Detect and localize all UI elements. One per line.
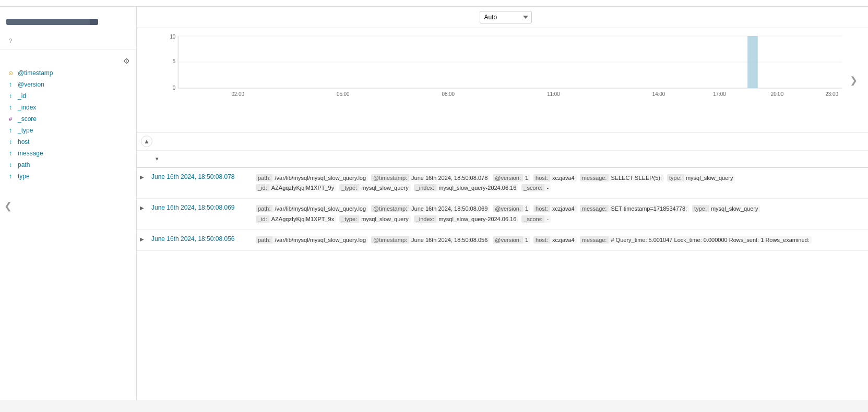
field-val: June 16th 2024, 18:50:08.078 xyxy=(409,174,490,181)
field-key: @timestamp: xyxy=(371,205,409,212)
field-key: path: xyxy=(256,205,272,212)
field-key: _index: xyxy=(414,184,436,191)
row-source: path:/var/lib/mysql/mysql_slow_query.log… xyxy=(252,172,868,194)
chart-nav-right-icon[interactable]: ❯ xyxy=(850,75,858,86)
available-field-@timestamp[interactable]: ⊙@timestamp xyxy=(0,67,136,79)
field-val: AZAgqzIyKjqlM1XPT_9x xyxy=(269,215,336,223)
field-key: @version: xyxy=(493,174,523,181)
available-field-_id[interactable]: t_id xyxy=(0,90,136,102)
field-type-icon: t xyxy=(6,127,15,134)
interval-select[interactable]: Auto xyxy=(480,11,532,23)
field-key: _score: xyxy=(521,215,544,223)
field-type-icon: t xyxy=(6,162,15,168)
field-type-icon: t xyxy=(6,81,15,88)
field-val: mysql_slow_query-2024.06.16 xyxy=(436,215,518,223)
available-fields-header: ⚙ xyxy=(0,53,136,67)
svg-text:08:00: 08:00 xyxy=(442,91,455,97)
field-val: 1 xyxy=(523,205,530,212)
field-val: /var/lib/mysql/mysql_slow_query.log xyxy=(272,174,368,181)
field-name: @timestamp xyxy=(18,69,53,77)
available-field-_type[interactable]: t_type xyxy=(0,125,136,136)
available-field-path[interactable]: tpath xyxy=(0,159,136,171)
field-key: message: xyxy=(580,174,609,181)
available-field-message[interactable]: tmessage xyxy=(0,148,136,159)
expand-row-button[interactable]: ▶ xyxy=(137,235,147,243)
results-header: ▾ xyxy=(137,151,868,168)
field-key: path: xyxy=(256,174,272,181)
field-type-icon: t xyxy=(6,104,15,111)
sort-icon: ▾ xyxy=(156,156,158,162)
field-key: @version: xyxy=(493,236,523,244)
row-source: path:/var/lib/mysql/mysql_slow_query.log… xyxy=(252,234,868,246)
available-field-_index[interactable]: t_index xyxy=(0,102,136,113)
index-caret-button[interactable] xyxy=(90,19,98,25)
table-row: ▶June 16th 2024, 18:50:08.078path:/var/l… xyxy=(137,168,868,199)
top-bar xyxy=(0,0,868,7)
field-key: @timestamp: xyxy=(371,174,409,181)
field-key: _id: xyxy=(256,215,269,223)
field-type-icon: t xyxy=(6,150,15,156)
svg-text:5: 5 xyxy=(173,58,176,64)
table-row: ▶June 16th 2024, 18:50:08.069path:/var/l… xyxy=(137,199,868,229)
field-type-icon: t xyxy=(6,139,15,145)
field-val: June 16th 2024, 18:50:08.069 xyxy=(409,205,490,212)
available-field-_score[interactable]: #_score xyxy=(0,113,136,125)
field-val: mysql_slow_query xyxy=(359,215,410,223)
field-key: host: xyxy=(533,236,550,244)
field-type-icon: t xyxy=(6,173,15,179)
field-val: # Query_time: 5.001047 Lock_time: 0.0000… xyxy=(609,236,811,244)
index-select-button[interactable] xyxy=(6,19,90,25)
svg-text:20:00: 20:00 xyxy=(771,91,784,97)
expand-row-button[interactable]: ▶ xyxy=(137,204,147,212)
field-name: _type xyxy=(18,127,33,134)
svg-text:17:00: 17:00 xyxy=(713,91,726,97)
svg-text:05:00: 05:00 xyxy=(337,91,350,97)
field-key: _index: xyxy=(414,215,436,223)
available-fields-list: ⊙@timestampt@versiont_idt_index#_scoret_… xyxy=(0,67,136,182)
field-val: mysql_slow_query-2024.06.16 xyxy=(436,184,518,191)
field-key: @version: xyxy=(493,205,523,212)
field-val: xczjava4 xyxy=(550,236,577,244)
field-name: _index xyxy=(18,104,36,111)
field-name: _score xyxy=(18,115,37,123)
selected-field-source[interactable]: ? xyxy=(0,35,136,46)
sidebar: ? ⚙ ⊙@timestampt@versiont_idt_index#_sco… xyxy=(0,7,137,400)
field-val: 1 xyxy=(523,174,530,181)
results-rows: ▶June 16th 2024, 18:50:08.078path:/var/l… xyxy=(137,168,868,251)
field-name: host xyxy=(18,138,30,146)
field-key: @timestamp: xyxy=(371,236,409,244)
available-field-@version[interactable]: t@version xyxy=(0,79,136,90)
field-val: - xyxy=(544,215,551,223)
field-val: SET timestamp=1718534778; xyxy=(609,205,689,212)
field-val: xczjava4 xyxy=(550,174,577,181)
field-key: host: xyxy=(533,205,550,212)
field-name: path xyxy=(18,161,30,168)
field-key: message: xyxy=(580,205,609,212)
result-row-main: ▶June 16th 2024, 18:50:08.056path:/var/l… xyxy=(137,230,868,250)
chart-svg: 10 5 0 02:00 05:00 08:00 11:00 14:00 17:… xyxy=(158,33,847,101)
field-val: mysql_slow_query xyxy=(709,205,760,212)
field-val: SELECT SLEEP(5); xyxy=(609,174,664,181)
field-key: type: xyxy=(667,174,684,181)
field-name: @version xyxy=(18,81,44,88)
field-type-icon: ⊙ xyxy=(6,70,15,77)
field-key: _score: xyxy=(521,184,544,191)
available-field-type[interactable]: ttype xyxy=(0,171,136,182)
field-key: message: xyxy=(580,236,609,244)
svg-text:23:00: 23:00 xyxy=(825,91,838,97)
gear-icon[interactable]: ⚙ xyxy=(123,57,130,65)
col-source-header xyxy=(252,154,868,164)
sidebar-divider xyxy=(0,49,136,50)
time-header: ❮ Auto xyxy=(137,7,868,28)
field-key: _id: xyxy=(256,184,269,191)
row-source: path:/var/lib/mysql/mysql_slow_query.log… xyxy=(252,203,868,225)
svg-text:02:00: 02:00 xyxy=(231,91,244,97)
collapse-chart-button[interactable]: ▲ xyxy=(141,136,152,147)
field-key: _type: xyxy=(339,184,359,191)
col-time-header[interactable]: ▾ xyxy=(137,154,252,164)
available-field-host[interactable]: thost xyxy=(0,136,136,148)
row-time: June 16th 2024, 18:50:08.069 xyxy=(147,203,252,212)
result-row-main: ▶June 16th 2024, 18:50:08.078path:/var/l… xyxy=(137,168,868,198)
field-type-icon: # xyxy=(6,116,15,122)
expand-row-button[interactable]: ▶ xyxy=(137,173,147,181)
